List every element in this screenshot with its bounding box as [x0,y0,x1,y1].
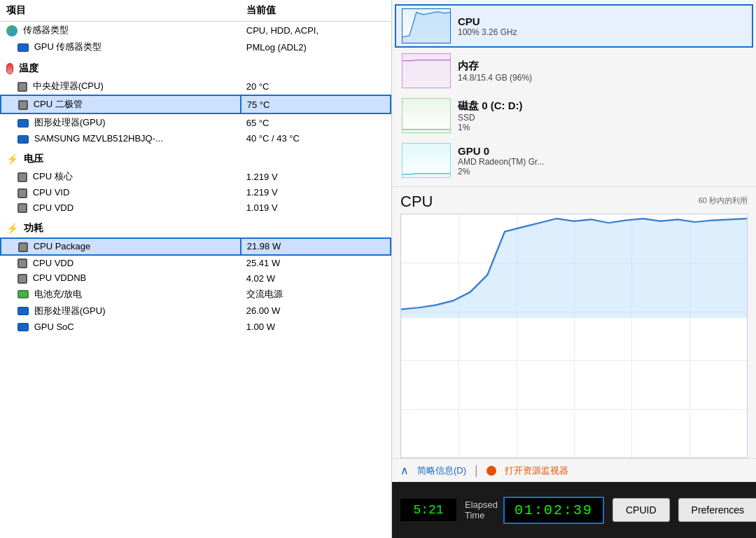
row-gpu-power: 图形处理器(GPU) 26.00 W [1,303,391,319]
cpu-usage-graph [401,214,747,318]
cpu-detail-title: CPU [400,193,433,211]
row-cpu-vdd-w: CPU VDD 25.41 W [1,255,391,271]
row-sensor-type: 传感器类型 CPU, HDD, ACPI, [1,22,391,39]
cpu-small-icon-8 [18,274,27,284]
gpu-thumb [402,143,451,178]
power-section-label: 功耗 [24,222,43,233]
chevron-icon: ∧ [400,464,409,477]
cpu-vddnb-value: 4.02 W [241,270,391,286]
cpu-vid-label: CPU VID [33,187,70,198]
disk-subtitle2: 1% [458,123,746,132]
perf-item-disk[interactable]: 磁盘 0 (C: D:) SSD 1% [395,94,753,137]
gpu-title: GPU 0 [458,145,746,157]
mem-thumb-graph [402,54,450,88]
table-header-row: 项目 当前值 [1,0,391,22]
battery-value: 交流电源 [241,286,391,303]
col-header-value: 当前值 [241,0,391,22]
row-samsung-temp: SAMSUNG MZVLB512HBJQ-... 40 °C / 43 °C [1,131,391,146]
cpu-small-icon-5 [18,203,27,213]
svg-marker-1 [402,60,450,88]
gpu-thumb-graph [402,144,450,177]
row-gpu-sensor-type: GPU 传感器类型 PMLog (ADL2) [1,39,391,55]
row-cpu-core-v: CPU 核心 1.219 V [1,168,391,185]
battery-icon [18,290,29,298]
perf-list: CPU 100% 3.26 GHz 内存 14.8/15.4 GB (96%) [392,0,756,187]
resource-monitor-icon [486,466,496,476]
mem-thumb [402,53,451,88]
svg-marker-4 [401,219,747,318]
mem-info: 内存 14.8/15.4 GB (96%) [458,60,746,83]
resource-monitor-link[interactable]: 打开资源监视器 [505,464,568,477]
task-manager-panel: CPU 100% 3.26 GHz 内存 14.8/15.4 GB (96%) [392,0,756,538]
cpu-diode-value: 75 °C [241,95,391,113]
elapsed-label: Elapsed Time [465,499,498,520]
section-power: ⚡ 功耗 [1,219,391,238]
row-cpu-package: CPU Package 21.98 W [1,238,391,255]
gpu-icon-3 [18,307,29,315]
thermometer-icon [6,63,13,74]
cpu-temp-label: 中央处理器(CPU) [33,81,104,91]
mem-subtitle: 14.8/15.4 GB (96%) [458,73,746,83]
cpu-vid-value: 1.219 V [241,185,391,200]
section-temp: 温度 [1,60,391,78]
lightning-icon-1: ⚡ [6,153,18,165]
cpu-subtitle: 100% 3.26 GHz [458,27,746,37]
row-gpu-temp: 图形处理器(GPU) 65 °C [1,113,391,131]
cpu-vdd-v-label: CPU VDD [33,202,74,213]
cpu-graph-container [400,214,748,458]
perf-item-cpu[interactable]: CPU 100% 3.26 GHz [395,4,753,48]
row-cpu-vddnb: CPU VDDNB 4.02 W [1,270,391,286]
lightning-icon-2: ⚡ [6,223,18,234]
cpu-title: CPU [458,15,746,27]
gpu-temp-label: 图形处理器(GPU) [34,117,106,127]
cpu-core-v-label: CPU 核心 [33,171,73,181]
preferences-button[interactable]: Preferences [678,498,756,522]
gpu-soc-icon [18,323,29,331]
gpu-subtitle1: AMD Radeon(TM) Gr... [458,157,746,167]
gpu-subtitle2: 2% [458,167,746,177]
disk-title: 磁盘 0 (C: D:) [458,99,746,113]
cpuid-button[interactable]: CPUID [612,498,670,522]
cpu-small-icon-2 [18,100,28,110]
battery-label: 电池充/放电 [34,289,83,299]
disk-thumb-graph [402,99,450,132]
mem-title: 内存 [458,60,746,73]
gpu-icon [18,43,29,52]
row-cpu-vdd-v: CPU VDD 1.019 V [1,200,391,216]
summary-link[interactable]: 简略信息(D) [417,464,466,477]
gpu-sensor-value: PMLog (ADL2) [241,39,391,55]
cpu-small-icon-6 [18,242,28,252]
cpu-core-v-value: 1.219 V [241,168,391,185]
cpu-vdd-w-value: 25.41 W [241,255,391,271]
sensor-type-label: 传感器类型 [23,25,69,35]
cpu-small-icon-7 [18,258,27,268]
temp-section-label: 温度 [19,62,38,74]
cpu-graph-label: 60 秒内的利用 [699,195,748,206]
gpu-power-value: 26.00 W [241,303,391,319]
disk-thumb [402,98,451,133]
disk-subtitle1: SSD [458,113,746,123]
svg-marker-2 [402,130,450,132]
disk-info: 磁盘 0 (C: D:) SSD 1% [458,99,746,132]
row-gpu-soc: GPU SoC 1.00 W [1,319,391,334]
cpu-temp-value: 20 °C [241,78,391,95]
perf-item-gpu[interactable]: GPU 0 AMD Radeon(TM) Gr... 2% [395,139,753,182]
cpu-small-icon-3 [18,172,27,182]
gpu-soc-label: GPU SoC [34,322,74,332]
perf-item-memory[interactable]: 内存 14.8/15.4 GB (96%) [395,49,753,92]
gpu-power-label: 图形处理器(GPU) [34,305,106,316]
row-cpu-temp: 中央处理器(CPU) 20 °C [1,78,391,95]
voltage-section-label: 电压 [24,153,43,164]
separator: | [475,463,478,478]
gpu-info: GPU 0 AMD Radeon(TM) Gr... 2% [458,145,746,177]
cpu-small-icon-4 [18,188,27,198]
gpu-temp-value: 65 °C [241,113,391,131]
ssd-icon [18,135,29,144]
col-header-name: 项目 [1,0,241,22]
sensor-table: 项目 当前值 传感器类型 CPU, HDD, ACPI, GPU 传感器类型 P… [0,0,391,334]
bottom-bar: 5:21 Elapsed Time 01:02:39 CPUID Prefere… [392,482,756,538]
elapsed-section: Elapsed Time 01:02:39 [465,497,604,524]
samsung-temp-value: 40 °C / 43 °C [241,131,391,146]
gpu-icon-2 [18,119,29,127]
current-time-display: 5:21 [400,499,456,521]
